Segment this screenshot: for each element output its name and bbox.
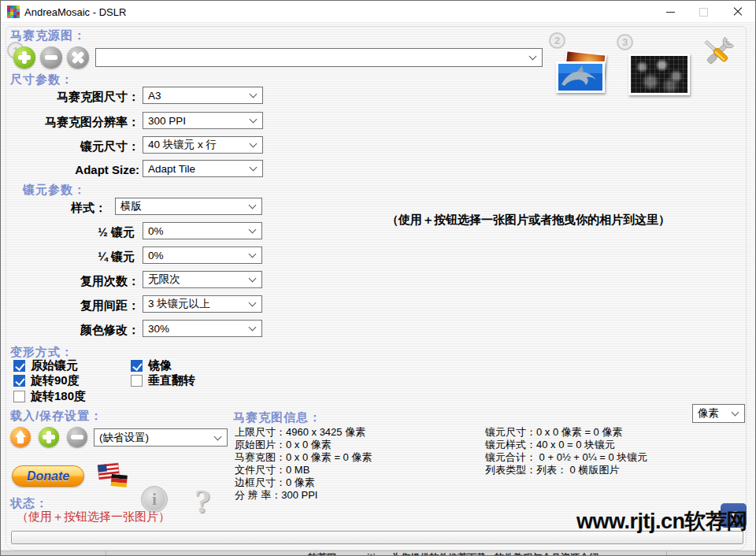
section-header-tile: 镶元参数： xyxy=(23,183,86,198)
label-adapt-size: Adapt Size: xyxy=(1,163,139,176)
load-settings-button[interactable] xyxy=(10,427,31,447)
section-header-info: 马赛克图信息： xyxy=(233,410,321,425)
label-color-change: 颜色修改： xyxy=(1,323,139,338)
half-tile-value: 0% xyxy=(148,225,164,237)
checkbox-checked-icon xyxy=(13,375,25,387)
chevron-down-icon xyxy=(249,226,257,234)
tile-style-value: 横版 xyxy=(120,199,142,213)
drop-hint-text: （使用＋按钮选择一张图片或者拖曳你的相片到这里） xyxy=(316,213,741,228)
client-area: 马赛克源图： 1 2 3 xyxy=(1,23,755,556)
checkbox-original-tile[interactable]: 原始镶元 xyxy=(13,358,78,373)
sample-mosaic-thumbnail[interactable] xyxy=(628,54,690,95)
close-button[interactable] xyxy=(720,1,755,23)
checkbox-label: 原始镶元 xyxy=(31,358,78,373)
checkbox-mirror[interactable]: 镜像 xyxy=(131,358,172,373)
tile-size-combobox[interactable]: 40 块镶元 x 行 xyxy=(143,136,263,154)
tools-wrench-icon[interactable] xyxy=(700,36,736,69)
color-change-value: 30% xyxy=(148,323,169,335)
half-tile-combobox[interactable]: 0% xyxy=(143,222,262,239)
source-image-combobox[interactable] xyxy=(95,48,543,67)
section-header-settings: 载入/保存设置： xyxy=(10,409,102,424)
checkbox-label: 垂直翻转 xyxy=(148,373,195,388)
footer-separator xyxy=(666,551,667,556)
save-settings-button[interactable] xyxy=(39,427,59,447)
app-logo-icon xyxy=(7,6,20,18)
chevron-down-icon xyxy=(249,202,257,209)
settings-preset-value: (缺省设置) xyxy=(99,431,149,445)
mosaic-resolution-combobox[interactable]: 300 PPI xyxy=(143,112,263,129)
reuse-distance-combobox[interactable]: 3 块镶元以上 xyxy=(143,295,262,313)
window-title: AndreaMosaic - DSLR xyxy=(24,6,126,18)
step-badge-2: 2 xyxy=(549,32,565,49)
donate-label: Donate xyxy=(27,469,69,484)
mosaic-resolution-value: 300 PPI xyxy=(148,115,186,127)
chevron-down-icon xyxy=(250,164,258,172)
label-mosaic-resolution: 马赛克图分辨率： xyxy=(1,115,139,130)
donate-button[interactable]: Donate xyxy=(12,465,84,487)
reuse-distance-value: 3 块镶元以上 xyxy=(148,297,210,311)
checkbox-unchecked-icon xyxy=(13,391,25,402)
info-icon: i xyxy=(152,491,157,509)
reuse-count-value: 无限次 xyxy=(148,272,180,287)
checkbox-vertical-flip[interactable]: 垂直翻转 xyxy=(131,373,195,388)
settings-preset-combobox[interactable]: (缺省设置) xyxy=(94,428,228,447)
label-half-tile: ½ 镶元 xyxy=(1,225,135,240)
tile-size-value: 40 块镶元 x 行 xyxy=(148,138,217,152)
label-mosaic-size: 马赛克图尺寸： xyxy=(1,90,139,105)
label-tile-style: 样式： xyxy=(1,201,106,216)
app-window: AndreaMosaic - DSLR 马赛克源图： 1 2 3 xyxy=(0,0,756,556)
mosaic-size-value: A3 xyxy=(148,90,161,102)
label-quarter-tile: ¼ 镶元 xyxy=(1,250,135,265)
chevron-down-icon xyxy=(249,275,257,283)
chevron-down-icon xyxy=(214,432,222,440)
delete-settings-button[interactable] xyxy=(67,427,87,447)
adapt-size-combobox[interactable]: Adapt Tile xyxy=(143,160,263,177)
checkbox-label: 旋转180度 xyxy=(31,389,86,404)
info-list-type: 列表类型：列表： 0 横版图片 xyxy=(485,463,619,477)
help-button[interactable]: ? xyxy=(195,483,211,521)
footer-separator xyxy=(316,551,317,556)
checkbox-rotate-90[interactable]: 旋转90度 xyxy=(13,373,80,388)
color-change-combobox[interactable]: 30% xyxy=(143,320,262,337)
reuse-count-combobox[interactable]: 无限次 xyxy=(143,271,262,288)
sample-photo-dolphin[interactable] xyxy=(556,61,605,93)
quarter-tile-value: 0% xyxy=(148,250,164,261)
chevron-down-icon xyxy=(249,324,257,332)
title-bar: AndreaMosaic - DSLR xyxy=(1,1,755,23)
chevron-down-icon xyxy=(250,140,258,148)
mosaic-preview-image xyxy=(631,56,687,93)
remove-source-image-button[interactable] xyxy=(40,46,62,69)
status-message: （使用＋按钮选择一张图片） xyxy=(17,510,170,524)
checkbox-unchecked-icon xyxy=(131,375,143,387)
maximize-icon xyxy=(699,8,708,17)
checkbox-checked-icon xyxy=(13,360,25,372)
section-header-size: 尺寸参数： xyxy=(10,72,73,87)
dolphin-image xyxy=(558,64,602,91)
adapt-size-value: Adapt Tile xyxy=(148,163,195,175)
chevron-down-icon xyxy=(732,409,739,417)
info-resolution: 分 辨 率：300 PPI xyxy=(235,488,317,502)
footer-strip: 软荐网 www.rjtj.cn 为您提供软件推荐下载 · 软件教程与会员资源介绍 xyxy=(1,550,756,556)
mosaic-size-combobox[interactable]: A3 xyxy=(143,87,263,104)
language-flags-icon[interactable] xyxy=(97,462,130,489)
checkbox-label: 旋转90度 xyxy=(31,373,80,388)
chevron-down-icon xyxy=(249,299,257,307)
tile-style-combobox[interactable]: 横版 xyxy=(115,198,262,215)
checkbox-checked-icon xyxy=(131,360,143,372)
clear-source-images-button[interactable] xyxy=(67,46,89,69)
label-reuse-distance: 复用间距： xyxy=(1,298,139,313)
unit-combobox-value: 像素 xyxy=(698,406,719,421)
maximize-button xyxy=(686,1,721,23)
step-badge-3: 3 xyxy=(617,34,633,50)
quarter-tile-combobox[interactable]: 0% xyxy=(143,246,262,264)
footer-separator xyxy=(106,551,106,556)
minimize-button[interactable] xyxy=(653,1,688,23)
chevron-down-icon xyxy=(250,91,258,98)
info-button[interactable]: i xyxy=(141,486,168,513)
add-source-image-button[interactable] xyxy=(13,46,35,69)
checkbox-rotate-180[interactable]: 旋转180度 xyxy=(13,389,86,404)
footer-clipped-text: 软荐网 www.rjtj.cn 为您提供软件推荐下载 · 软件教程与会员资源介绍 xyxy=(308,551,598,556)
watermark-text: www.rjtj.cn软荐网 xyxy=(576,507,747,536)
section-header-source: 马赛克源图： xyxy=(10,28,86,43)
unit-combobox[interactable]: 像素 xyxy=(692,404,745,423)
